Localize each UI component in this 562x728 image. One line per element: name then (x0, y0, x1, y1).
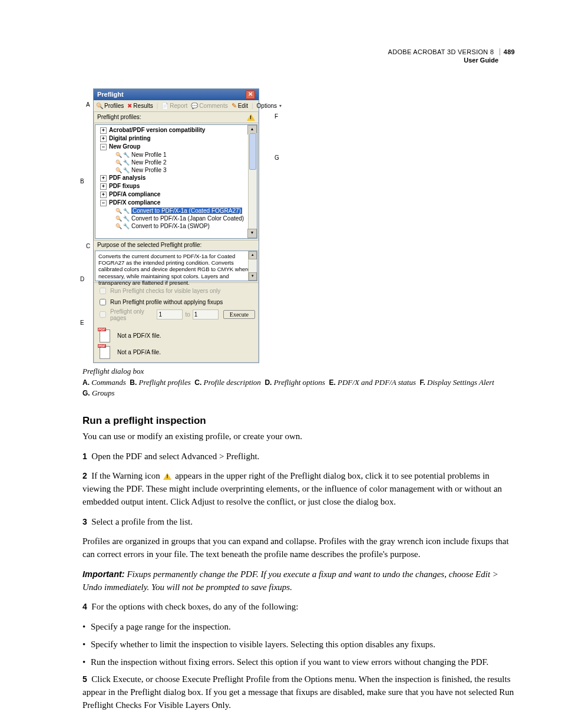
without-fixups-checkbox[interactable] (100, 299, 106, 305)
pdfa-badge-icon (100, 346, 113, 359)
close-icon[interactable]: ✕ (246, 90, 255, 99)
dialog-toolbar: Profiles Results | Report Comments Edit … (94, 100, 259, 112)
results-icon (127, 103, 132, 109)
important-note: Important: Fixups permanently change the… (82, 568, 515, 594)
section-heading: Run a preflight inspection (82, 415, 515, 427)
dialog-title: Preflight (97, 91, 124, 98)
profile-tree[interactable]: +Acrobat/PDF version compatibility +Digi… (95, 124, 257, 239)
only-pages-checkbox[interactable] (100, 311, 106, 318)
report-icon (161, 103, 168, 109)
step-3: 3 Select a profile from the list. (82, 516, 515, 529)
callout-c: C (86, 243, 90, 249)
intro-text: You can use or modify an existing profil… (82, 430, 515, 443)
pdfx-badge-icon (100, 330, 113, 342)
purpose-label: Purpose of the selected Preflight profil… (94, 240, 259, 249)
bullet-2: Specify whether to limit the inspection … (82, 638, 515, 651)
results-tab[interactable]: Results (127, 103, 153, 109)
options-menu[interactable]: Options (257, 103, 282, 109)
edit-icon (232, 102, 237, 110)
pdfa-status-text: Not a PDF/A file. (117, 349, 161, 355)
step-1: 1 Open the PDF and select Advanced > Pre… (82, 450, 515, 463)
figure-legend: A. Commands B. Preflight profiles C. Pro… (82, 377, 515, 398)
preflight-options: Run Preflight checks for visible layers … (94, 282, 259, 326)
page-number: 489 (500, 48, 515, 55)
pdfx-status-row: Not a PDF/X file. (94, 326, 259, 346)
profiles-label: Preflight profiles: (97, 114, 141, 120)
pdfa-status-row: Not a PDF/A file. (94, 346, 259, 363)
bullet-3: Run the inspection without fixing errors… (82, 656, 515, 669)
product-name: ADOBE ACROBAT 3D VERSION 8 (388, 48, 494, 55)
report-button[interactable]: Report (161, 103, 187, 109)
profiles-tab[interactable]: Profiles (96, 103, 124, 109)
callout-a: A (86, 101, 90, 108)
step-2: 2 If the Warning icon appears in the upp… (82, 470, 515, 508)
guide-label: User Guide (82, 57, 515, 65)
profiles-icon (96, 103, 103, 109)
preflight-figure: A B C D E F G Preflight ✕ Profiles Resul… (93, 88, 282, 363)
scroll-down-icon[interactable]: ▾ (247, 229, 257, 238)
preflight-dialog: Preflight ✕ Profiles Results | Report Co… (93, 88, 259, 363)
callout-g: G (275, 154, 279, 161)
warning-icon-inline (163, 473, 171, 480)
visible-layers-checkbox[interactable] (100, 288, 106, 294)
callout-f: F (275, 113, 278, 120)
pdfx-status-text: Not a PDF/X file. (117, 332, 161, 339)
edit-button[interactable]: Edit (232, 102, 248, 110)
callout-e: E (80, 319, 84, 326)
comments-button[interactable]: Comments (191, 103, 227, 109)
selected-profile[interactable]: Convert to PDF/X-1a (Coated FOGRA27) (95, 207, 257, 215)
running-header: ADOBE ACROBAT 3D VERSION 8 489 User Guid… (82, 48, 515, 65)
purpose-description: Converts the current document to PDF/X-1… (95, 251, 257, 281)
figure-caption: Preflight dialog box (82, 367, 515, 376)
execute-button[interactable]: Execute (223, 310, 255, 319)
callout-b: B (80, 178, 84, 185)
page-from-field[interactable] (157, 309, 183, 319)
callout-d: D (80, 276, 84, 282)
comments-icon (191, 103, 198, 109)
bullet-1: Specify a page range for the inspection. (82, 621, 515, 634)
warning-icon[interactable] (247, 114, 255, 121)
step-4: 4 For the options with check boxes, do a… (82, 601, 515, 614)
step-5: 5 Click Execute, or choose Execute Prefl… (82, 673, 515, 711)
groups-paragraph: Profiles are organized in groups that yo… (82, 535, 515, 561)
scrollbar[interactable] (248, 133, 257, 230)
page-to-field[interactable] (193, 309, 219, 319)
dialog-titlebar: Preflight ✕ (94, 89, 259, 100)
